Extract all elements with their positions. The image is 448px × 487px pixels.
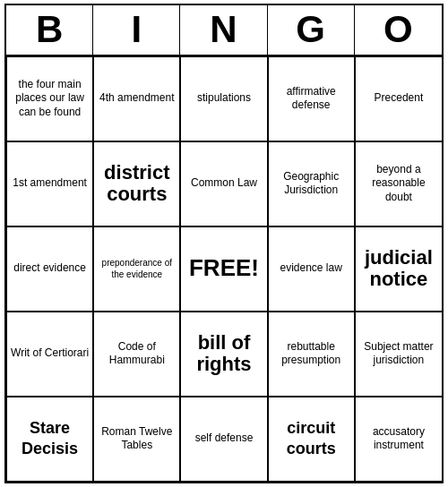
cell-text-11: preponderance of the evidence [98,257,176,280]
bingo-cell-0[interactable]: the four main places our law can be foun… [6,56,93,141]
bingo-cell-3[interactable]: affirmative defense [268,56,355,141]
bingo-cell-10[interactable]: direct evidence [6,226,93,312]
bingo-cell-16[interactable]: Code of Hammurabi [93,312,180,397]
cell-text-9: beyond a reasonable doubt [359,163,438,205]
bingo-cell-9[interactable]: beyond a reasonable doubt [355,141,442,226]
cell-text-15: Writ of Certiorari [11,346,89,361]
cell-text-0: the four main places our law can be foun… [11,78,89,120]
cell-text-14: judicial notice [359,247,438,290]
bingo-cell-11[interactable]: preponderance of the evidence [93,226,180,312]
cell-text-5: 1st amendment [13,176,87,191]
cell-text-12: FREE! [189,253,259,284]
bingo-cell-15[interactable]: Writ of Certiorari [6,312,93,397]
cell-text-1: 4th amendment [99,91,174,106]
cell-text-16: Code of Hammurabi [98,340,176,368]
bingo-cell-5[interactable]: 1st amendment [6,141,93,226]
cell-text-23: circuit courts [272,418,350,460]
bingo-cell-4[interactable]: Precedent [355,56,442,141]
cell-text-10: direct evidence [13,261,86,276]
cell-text-21: Roman Twelve Tables [98,425,176,453]
cell-text-18: rebuttable presumption [272,340,350,368]
cell-text-7: Common Law [191,176,257,191]
bingo-cell-8[interactable]: Geographic Jurisdiction [268,141,355,226]
bingo-cell-18[interactable]: rebuttable presumption [268,312,355,397]
bingo-header: B I N G O [6,5,442,56]
letter-n: N [180,5,267,54]
bingo-cell-13[interactable]: evidence law [268,226,355,312]
cell-text-3: affirmative defense [272,85,350,113]
bingo-cell-22[interactable]: self defense [180,397,267,482]
bingo-cell-6[interactable]: district courts [93,141,180,226]
bingo-cell-24[interactable]: accusatory instrument [355,397,442,482]
cell-text-24: accusatory instrument [359,425,438,453]
letter-o: O [355,5,442,54]
bingo-cell-23[interactable]: circuit courts [268,397,355,482]
cell-text-2: stipulations [197,91,251,106]
cell-text-8: Geographic Jurisdiction [272,170,350,198]
cell-text-6: district courts [98,162,176,205]
cell-text-4: Precedent [375,91,424,106]
bingo-cell-17[interactable]: bill of rights [180,312,267,397]
cell-text-17: bill of rights [185,332,263,375]
cell-text-20: Stare Decisis [11,418,89,460]
cell-text-22: self defense [195,431,254,446]
letter-g: G [268,5,355,54]
bingo-cell-1[interactable]: 4th amendment [93,56,180,141]
bingo-cell-12[interactable]: FREE! [180,226,267,312]
bingo-cell-19[interactable]: Subject matter jurisdiction [355,312,442,397]
bingo-cell-7[interactable]: Common Law [180,141,267,226]
cell-text-13: evidence law [280,261,342,276]
bingo-cell-14[interactable]: judicial notice [355,226,442,312]
bingo-cell-2[interactable]: stipulations [180,56,267,141]
letter-b: B [6,5,93,54]
letter-i: I [93,5,180,54]
bingo-cell-20[interactable]: Stare Decisis [6,397,93,482]
bingo-grid: the four main places our law can be foun… [6,56,442,482]
bingo-card: B I N G O the four main places our law c… [4,4,444,483]
bingo-cell-21[interactable]: Roman Twelve Tables [93,397,180,482]
cell-text-19: Subject matter jurisdiction [359,340,438,368]
